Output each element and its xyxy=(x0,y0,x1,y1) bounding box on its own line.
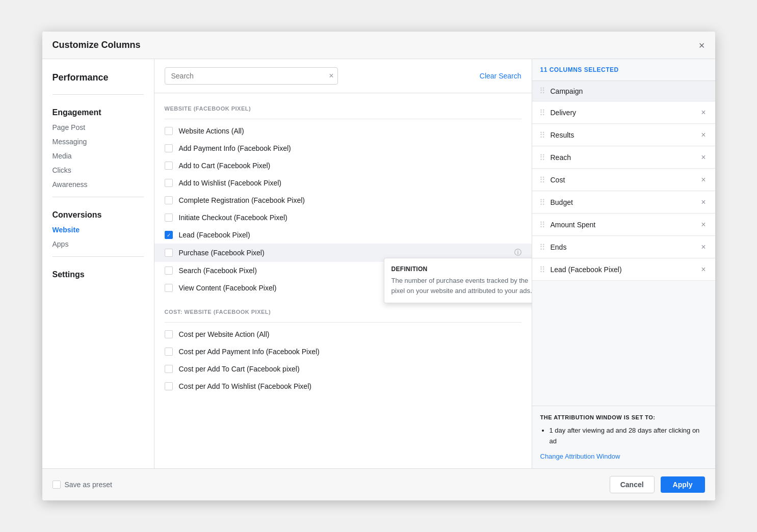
column-label-cost-add-wishlist: Cost per Add To Wishlist (Facebook Pixel… xyxy=(179,382,311,390)
sidebar-performance-title: Performance xyxy=(42,69,154,89)
checkbox-cost-website-action[interactable] xyxy=(165,330,173,338)
remove-amount-spent-icon[interactable]: × xyxy=(699,219,708,230)
search-bar: × Clear Search xyxy=(154,59,532,93)
column-item-website-actions-all[interactable]: Website Actions (All) xyxy=(154,122,532,140)
dialog-title: Customize Columns xyxy=(53,40,141,50)
column-item-complete-registration[interactable]: Complete Registration (Facebook Pixel) xyxy=(154,192,532,209)
drag-handle-budget[interactable]: ⠿ xyxy=(539,198,545,207)
purchase-tooltip: DEFINITION The number of purchase events… xyxy=(384,258,532,303)
remove-delivery-icon[interactable]: × xyxy=(699,107,708,118)
tooltip-title: DEFINITION xyxy=(391,265,532,273)
attribution-list: 1 day after viewing ad and 28 days after… xyxy=(540,425,707,447)
column-label-cost-add-cart: Cost per Add To Cart (Facebook pixel) xyxy=(179,365,300,373)
checkbox-lead[interactable] xyxy=(165,231,173,239)
checkbox-add-to-wishlist[interactable] xyxy=(165,179,173,187)
selected-columns-header: 11 COLUMNS SELECTED xyxy=(532,59,715,81)
info-icon-purchase[interactable]: ⓘ xyxy=(514,248,521,257)
drag-handle-lead-pixel[interactable]: ⠿ xyxy=(539,265,545,275)
selected-item-amount-spent: ⠿ Amount Spent × xyxy=(532,214,715,236)
checkbox-view-content[interactable] xyxy=(165,284,173,292)
remove-reach-icon[interactable]: × xyxy=(699,152,708,163)
remove-budget-icon[interactable]: × xyxy=(699,197,708,208)
section-divider-1 xyxy=(165,119,521,119)
remove-cost-icon[interactable]: × xyxy=(699,174,708,185)
customize-columns-dialog: Customize Columns × Performance Engageme… xyxy=(42,32,715,500)
checkbox-search-pixel[interactable] xyxy=(165,267,173,275)
remove-lead-pixel-icon[interactable]: × xyxy=(699,264,708,275)
column-label-search-pixel: Search (Facebook Pixel) xyxy=(179,267,257,275)
column-item-cost-add-payment[interactable]: Cost per Add Payment Info (Facebook Pixe… xyxy=(154,343,532,360)
checkbox-cost-add-payment[interactable] xyxy=(165,348,173,356)
dialog-footer: Save as preset Cancel Apply xyxy=(42,468,715,500)
checkbox-initiate-checkout[interactable] xyxy=(165,214,173,222)
selected-item-cost: ⠿ Cost × xyxy=(532,169,715,191)
checkbox-website-actions-all[interactable] xyxy=(165,127,173,135)
drag-handle-cost[interactable]: ⠿ xyxy=(539,175,545,185)
selected-item-results: ⠿ Results × xyxy=(532,124,715,146)
column-item-cost-add-cart[interactable]: Cost per Add To Cart (Facebook pixel) xyxy=(154,360,532,378)
clear-search-button[interactable]: Clear Search xyxy=(480,72,521,80)
search-input-wrapper: × xyxy=(165,67,338,85)
selected-item-reach: ⠿ Reach × xyxy=(532,147,715,169)
close-button[interactable]: × xyxy=(699,40,705,50)
dialog-header: Customize Columns × xyxy=(42,32,715,59)
drag-handle-delivery[interactable]: ⠿ xyxy=(539,108,545,118)
column-item-lead[interactable]: Lead (Facebook Pixel) xyxy=(154,226,532,244)
checkbox-add-payment-info[interactable] xyxy=(165,144,173,152)
main-content: × Clear Search WEBSITE (FACEBOOK PIXEL) … xyxy=(154,59,532,468)
cancel-button[interactable]: Cancel xyxy=(610,476,655,493)
sidebar-item-apps[interactable]: Apps xyxy=(42,237,154,251)
tooltip-text: The number of purchase events tracked by… xyxy=(391,276,532,296)
selected-label-delivery: Delivery xyxy=(551,109,699,117)
apply-button[interactable]: Apply xyxy=(661,476,705,493)
sidebar-item-website[interactable]: Website xyxy=(42,223,154,237)
column-label-initiate-checkout: Initiate Checkout (Facebook Pixel) xyxy=(179,214,288,222)
remove-results-icon[interactable]: × xyxy=(699,129,708,141)
remove-ends-icon[interactable]: × xyxy=(699,242,708,253)
section-header-cost-website: COST: WEBSITE (FACEBOOK PIXEL) xyxy=(154,302,532,319)
checkbox-cost-add-cart[interactable] xyxy=(165,365,173,373)
column-label-lead: Lead (Facebook Pixel) xyxy=(179,231,250,239)
selected-label-lead-pixel: Lead (Facebook Pixel) xyxy=(551,265,699,274)
sidebar-conversions-group: Conversions xyxy=(42,202,154,223)
preset-wrapper: Save as preset xyxy=(53,481,112,489)
attribution-item: 1 day after viewing ad and 28 days after… xyxy=(550,425,707,447)
column-label-cost-add-payment: Cost per Add Payment Info (Facebook Pixe… xyxy=(179,348,320,356)
attribution-section: THE ATTRIBUTION WINDOW IS SET TO: 1 day … xyxy=(532,406,715,468)
search-clear-icon[interactable]: × xyxy=(329,71,333,81)
drag-handle-amount-spent[interactable]: ⠿ xyxy=(539,220,545,230)
column-item-add-to-cart[interactable]: Add to Cart (Facebook Pixel) xyxy=(154,157,532,174)
selected-label-ends: Ends xyxy=(551,243,699,251)
change-attribution-link[interactable]: Change Attribution Window xyxy=(540,453,620,460)
selected-label-reach: Reach xyxy=(551,153,699,162)
column-item-initiate-checkout[interactable]: Initiate Checkout (Facebook Pixel) xyxy=(154,209,532,226)
drag-handle-reach[interactable]: ⠿ xyxy=(539,153,545,163)
sidebar-divider-3 xyxy=(53,256,144,257)
column-label-purchase: Purchase (Facebook Pixel) xyxy=(179,249,265,257)
column-item-cost-add-wishlist[interactable]: Cost per Add To Wishlist (Facebook Pixel… xyxy=(154,378,532,395)
column-item-add-to-wishlist[interactable]: Add to Wishlist (Facebook Pixel) xyxy=(154,174,532,192)
sidebar-item-messaging[interactable]: Messaging xyxy=(42,135,154,149)
search-input[interactable] xyxy=(165,67,338,85)
column-item-add-payment-info[interactable]: Add Payment Info (Facebook Pixel) xyxy=(154,140,532,157)
checkbox-purchase[interactable] xyxy=(165,249,173,257)
drag-handle-ends[interactable]: ⠿ xyxy=(539,243,545,252)
column-label-website-actions-all: Website Actions (All) xyxy=(179,127,244,135)
drag-handle-results[interactable]: ⠿ xyxy=(539,130,545,140)
sidebar-item-clicks[interactable]: Clicks xyxy=(42,163,154,177)
sidebar-divider-1 xyxy=(53,94,144,95)
checkbox-cost-add-wishlist[interactable] xyxy=(165,382,173,390)
drag-handle-campaign[interactable]: ⠿ xyxy=(539,86,545,96)
sidebar-settings-group: Settings xyxy=(42,262,154,282)
checkbox-add-to-cart[interactable] xyxy=(165,162,173,170)
sidebar-item-media[interactable]: Media xyxy=(42,149,154,163)
checkbox-complete-registration[interactable] xyxy=(165,196,173,204)
sidebar-item-awareness[interactable]: Awareness xyxy=(42,177,154,192)
sidebar-item-page-post[interactable]: Page Post xyxy=(42,120,154,135)
column-item-cost-website-action[interactable]: Cost per Website Action (All) xyxy=(154,326,532,343)
column-item-purchase[interactable]: Purchase (Facebook Pixel) ⓘ DEFINITION T… xyxy=(154,244,532,262)
selected-item-delivery: ⠿ Delivery × xyxy=(532,102,715,124)
right-panel: 11 COLUMNS SELECTED ⠿ Campaign ⠿ Deliver… xyxy=(532,59,715,468)
preset-checkbox[interactable] xyxy=(53,481,61,489)
sidebar-engagement-group: Engagement xyxy=(42,100,154,120)
